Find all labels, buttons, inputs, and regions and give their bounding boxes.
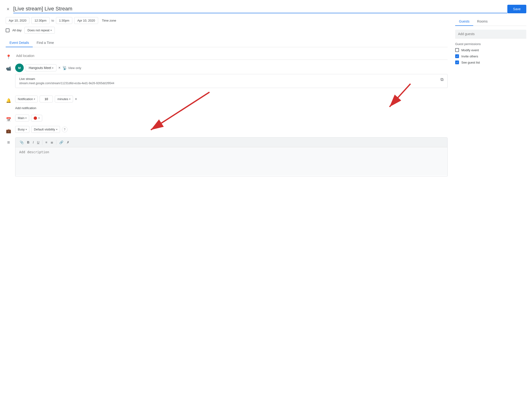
- calendar-selector-button[interactable]: Main ▾: [15, 115, 29, 122]
- see-guest-list-checkbox[interactable]: ✓: [455, 60, 459, 64]
- meet-icon: M: [15, 64, 24, 72]
- link-button[interactable]: 🔗: [58, 140, 65, 145]
- underline-button[interactable]: U: [36, 140, 41, 145]
- color-chevron-icon: ▾: [38, 117, 40, 119]
- close-button[interactable]: ×: [6, 6, 10, 12]
- briefcase-icon: 💼: [6, 128, 11, 134]
- toolbar-divider-2: [56, 140, 57, 145]
- repeat-chevron-icon: ▾: [51, 29, 52, 32]
- bold-button[interactable]: B: [25, 140, 31, 145]
- notification-type-button[interactable]: Notification ▾: [15, 96, 38, 103]
- description-icon: ≡: [6, 140, 11, 145]
- video-icon: 📹: [6, 66, 11, 71]
- allday-label: All day: [12, 28, 22, 32]
- notification-unit-button[interactable]: minutes ▾: [55, 96, 73, 103]
- live-stream-title: Live stream: [19, 77, 114, 81]
- timezone-button[interactable]: Time zone: [100, 18, 118, 23]
- view-only-label: View only: [68, 66, 81, 70]
- add-guests-input[interactable]: [455, 30, 526, 39]
- event-title-input[interactable]: [13, 5, 507, 13]
- end-date-button[interactable]: Apr 10, 2020: [74, 17, 98, 24]
- close-notification-button[interactable]: ×: [75, 97, 77, 101]
- save-button[interactable]: Save: [507, 5, 526, 13]
- permission-see-guest-list: ✓ See guest list: [455, 60, 526, 64]
- allday-checkbox[interactable]: [6, 28, 9, 32]
- help-button[interactable]: ?: [62, 127, 68, 132]
- live-stream-url: stream.meet.google.com/stream/11231d6d-e…: [19, 82, 114, 85]
- meet-label-button[interactable]: Hangouts Meet ▾: [25, 64, 57, 71]
- visibility-chevron-icon: ▾: [56, 128, 57, 131]
- invite-others-label: Invite others: [461, 55, 478, 58]
- visibility-button[interactable]: Default visibility ▾: [31, 126, 60, 133]
- notification-unit-label: minutes: [57, 97, 68, 101]
- repeat-label: Does not repeat: [27, 28, 50, 32]
- italic-button[interactable]: I: [31, 140, 35, 145]
- tab-event-details[interactable]: Event Details: [6, 39, 33, 47]
- modify-event-label: Modify event: [461, 48, 479, 52]
- busy-status-button[interactable]: Busy ▾: [15, 126, 29, 133]
- notification-unit-chevron-icon: ▾: [69, 98, 70, 100]
- tab-guests[interactable]: Guests: [455, 17, 473, 26]
- location-icon: 📍: [6, 54, 11, 59]
- see-guest-list-label: See guest list: [461, 61, 480, 64]
- meet-chevron-icon: ▾: [52, 67, 53, 69]
- permission-modify-event: Modify event: [455, 48, 526, 52]
- notification-type-label: Notification: [18, 97, 33, 101]
- start-date-button[interactable]: Apr 10, 2020: [6, 17, 29, 24]
- ordered-list-button[interactable]: ≡: [44, 140, 49, 145]
- tab-rooms[interactable]: Rooms: [473, 17, 491, 26]
- busy-label: Busy: [18, 128, 25, 131]
- broadcast-icon: 📡: [62, 66, 67, 70]
- location-input[interactable]: [15, 52, 448, 60]
- remove-formatting-button[interactable]: ✗: [65, 140, 71, 145]
- add-notification-button[interactable]: Add notification: [15, 105, 36, 111]
- description-input[interactable]: [15, 147, 447, 176]
- invite-others-checkbox[interactable]: ✓: [455, 54, 459, 58]
- calendar-chevron-icon: ▾: [25, 117, 26, 119]
- meet-label-text: Hangouts Meet: [29, 66, 51, 70]
- attach-button[interactable]: 📎: [18, 140, 25, 145]
- busy-chevron-icon: ▾: [25, 128, 27, 131]
- unordered-list-button[interactable]: ≣: [49, 140, 55, 145]
- tab-find-a-time[interactable]: Find a Time: [33, 39, 58, 47]
- calendar-icon: 📅: [6, 117, 11, 122]
- color-picker-button[interactable]: ▾: [31, 115, 42, 122]
- guest-permissions-title: Guest permissions: [455, 42, 526, 46]
- close-meet-button[interactable]: ×: [58, 66, 60, 70]
- color-dot: [34, 116, 37, 120]
- bell-icon: 🔔: [6, 98, 11, 103]
- modify-event-checkbox[interactable]: [455, 48, 459, 52]
- notification-minutes-input[interactable]: [40, 96, 53, 103]
- to-label: to: [51, 19, 54, 22]
- repeat-button[interactable]: Does not repeat ▾: [25, 27, 55, 34]
- start-time-button[interactable]: 12:30pm: [31, 17, 50, 24]
- permission-invite-others: ✓ Invite others: [455, 54, 526, 58]
- toolbar-divider-1: [42, 140, 42, 145]
- calendar-label: Main: [18, 116, 25, 120]
- copy-url-button[interactable]: ⧉: [441, 77, 443, 82]
- end-time-button[interactable]: 1:30pm: [56, 17, 72, 24]
- visibility-label: Default visibility: [34, 128, 55, 131]
- notification-type-chevron-icon: ▾: [34, 98, 35, 100]
